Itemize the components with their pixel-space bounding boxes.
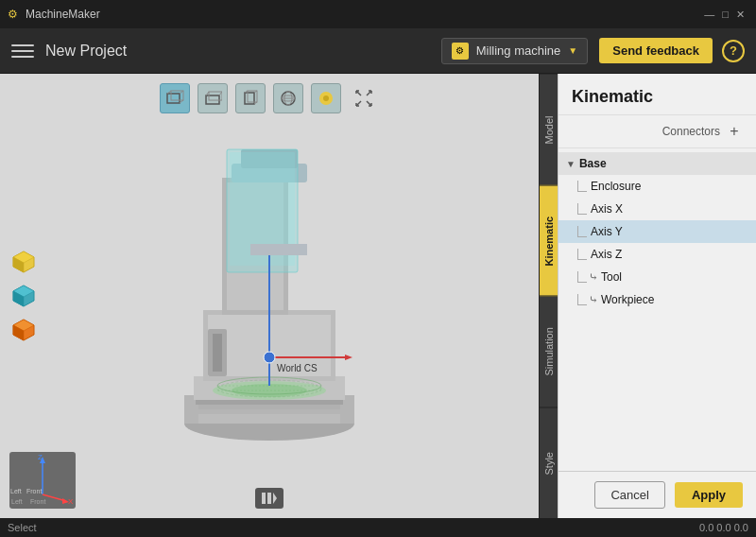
svg-text:Front: Front: [30, 498, 45, 505]
tree-label-base: Base: [579, 157, 607, 170]
tree-item-axis-x[interactable]: Axis X: [558, 198, 756, 220]
svg-rect-81: [262, 493, 266, 504]
connectors-row: Connectors +: [558, 115, 756, 148]
machine-name: Milling machine: [476, 43, 561, 58]
title-bar: ⚙ MachineMaker — □ ✕: [0, 0, 756, 28]
minimize-btn[interactable]: —: [704, 9, 714, 21]
tree-connector-enclosure: [577, 181, 587, 192]
menu-icon[interactable]: [11, 40, 34, 62]
close-btn[interactable]: ✕: [736, 9, 745, 21]
svg-rect-67: [198, 414, 340, 424]
window-controls: — □ ✕: [704, 9, 745, 21]
kinematic-tree: ▼ Base Enclosure Axis X Axis Y: [558, 148, 756, 471]
play-pause-button[interactable]: [255, 488, 284, 509]
status-bar: Select 0.0 0.0 0.0: [0, 518, 756, 537]
left-sidebar: [9, 248, 38, 344]
tree-label-workpiece: Workpiece: [601, 293, 654, 306]
connectors-label: Connectors: [662, 125, 720, 138]
tree-item-axis-z[interactable]: Axis Z: [558, 243, 756, 266]
project-title: New Project: [45, 43, 441, 60]
svg-text:Front: Front: [26, 488, 42, 494]
tree-item-enclosure[interactable]: Enclosure: [558, 175, 756, 198]
maximize-btn[interactable]: □: [722, 9, 729, 21]
tree-connector-workpiece: [577, 294, 587, 305]
apply-button[interactable]: Apply: [675, 482, 743, 508]
view-front-btn[interactable]: [160, 83, 190, 113]
app-icon: ⚙: [8, 8, 18, 21]
tree-link-icon-tool: ⤷: [589, 270, 598, 284]
tree-arrow-base: ▼: [566, 159, 576, 169]
tree-label-axis-y: Axis Y: [591, 225, 623, 238]
view-shading-btn[interactable]: [311, 83, 341, 113]
svg-point-19: [323, 95, 329, 101]
viewport-toolbar: [160, 83, 379, 113]
tree-connector-axis-y: [577, 226, 587, 237]
machine-3d-view: World CS: [118, 121, 421, 461]
svg-rect-64: [196, 400, 343, 405]
tree-label-axis-x: Axis X: [591, 202, 623, 216]
view-scale-btn[interactable]: [349, 83, 379, 113]
svg-rect-82: [267, 493, 271, 504]
tree-item-axis-y[interactable]: Axis Y: [558, 220, 756, 243]
axes-compass: Z X Left Front Left Front: [9, 452, 76, 509]
cube-teal[interactable]: [9, 282, 38, 310]
tree-connector-axis-x: [577, 203, 587, 215]
main-content: World CS: [0, 74, 756, 518]
viewport[interactable]: World CS: [0, 74, 539, 518]
svg-text:World CS: World CS: [277, 363, 318, 373]
tree-label-enclosure: Enclosure: [591, 180, 641, 193]
right-panel-tabs: Model Kinematic Simulation Style: [539, 74, 558, 518]
add-connector-button[interactable]: +: [726, 123, 743, 140]
tree-item-workpiece[interactable]: ⤷ Workpiece: [558, 288, 756, 311]
svg-rect-63: [213, 334, 222, 372]
svg-text:X: X: [68, 497, 74, 506]
machine-icon: ⚙: [452, 43, 469, 60]
view-side-btn[interactable]: [235, 83, 266, 113]
app-title: MachineMaker: [26, 8, 100, 21]
status-select-label: Select: [8, 522, 37, 533]
svg-rect-65: [198, 405, 340, 409]
tab-style[interactable]: Style: [540, 407, 558, 519]
header: New Project ⚙ Milling machine ▼ Send fee…: [0, 28, 756, 74]
svg-marker-83: [273, 493, 277, 504]
tree-connector-tool: [577, 271, 587, 283]
panel-header: Kinematic: [558, 74, 756, 115]
cube-orange[interactable]: [9, 316, 38, 344]
svg-text:Left: Left: [10, 488, 22, 494]
view-perspective-btn[interactable]: [273, 83, 303, 113]
machine-selector[interactable]: ⚙ Milling machine ▼: [441, 38, 589, 64]
bottom-action-bar: Cancel Apply: [558, 471, 756, 518]
panel-title: Kinematic: [572, 87, 653, 106]
chevron-down-icon: ▼: [568, 45, 577, 56]
tab-simulation[interactable]: Simulation: [540, 296, 558, 407]
feedback-button[interactable]: Send feedback: [599, 38, 713, 63]
tab-model[interactable]: Model: [540, 74, 558, 185]
help-button[interactable]: ?: [722, 40, 745, 62]
svg-rect-66: [201, 409, 337, 414]
svg-point-49: [232, 384, 307, 397]
svg-rect-61: [250, 244, 307, 255]
view-top-btn[interactable]: [198, 83, 228, 113]
tree-item-tool[interactable]: ⤷ Tool: [558, 266, 756, 288]
tree-item-base[interactable]: ▼ Base: [558, 152, 756, 175]
tree-connector-axis-z: [577, 249, 587, 260]
cube-yellow[interactable]: [9, 248, 38, 276]
svg-marker-58: [345, 355, 352, 360]
right-panel: Kinematic Connectors + ▼ Base Enclosure …: [558, 74, 756, 518]
svg-rect-0: [167, 94, 180, 103]
status-coords: 0.0 0.0 0.0: [699, 522, 748, 533]
cancel-button[interactable]: Cancel: [594, 481, 664, 509]
tree-label-axis-z: Axis Z: [591, 248, 622, 261]
tree-link-icon-workpiece: ⤷: [589, 293, 598, 306]
tree-label-tool: Tool: [601, 270, 622, 284]
svg-text:Left: Left: [11, 498, 23, 505]
svg-text:Z: Z: [38, 453, 43, 461]
tab-kinematic[interactable]: Kinematic: [540, 185, 558, 297]
svg-point-59: [264, 352, 275, 363]
